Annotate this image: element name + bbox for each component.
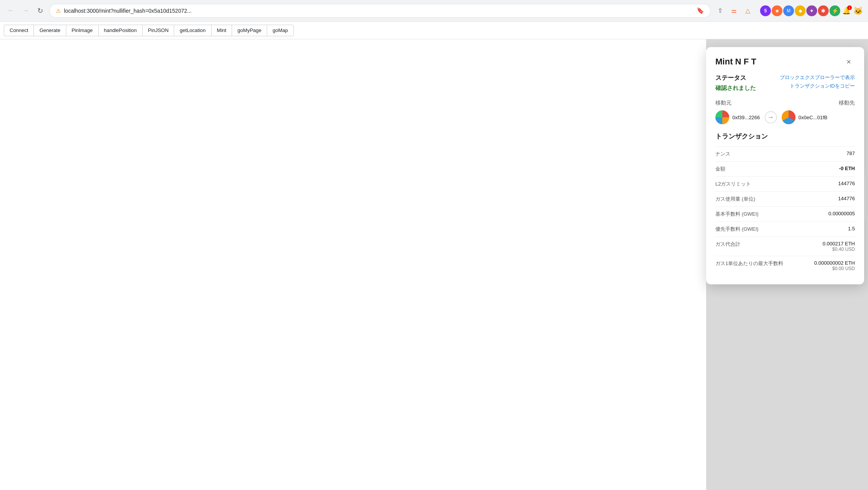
- browser-actions: ⇧ ⚌ △: [714, 5, 754, 17]
- pin-image-button[interactable]: PinImage: [66, 25, 98, 36]
- ext-icon-2[interactable]: ★: [772, 5, 782, 16]
- modal-overlay: Mint N F T × ステータス 確認されました ブロックエクスプローラーで…: [706, 39, 868, 490]
- ext-icon-1[interactable]: 5: [760, 5, 771, 16]
- tx-value-amount: -0 ETH: [839, 166, 855, 171]
- transaction-section: トランザクション ナンス 787 金額 -0 ETH L2ガスリミット 1: [715, 132, 855, 275]
- nav-buttons: ← → ↻: [5, 5, 46, 17]
- tx-value-l2gas: 144776: [838, 181, 855, 186]
- handle-position-button[interactable]: handlePosition: [98, 25, 142, 36]
- tx-label-priorityfee: 優先手数料 (GWEI): [715, 226, 848, 233]
- tx-label-amount: 金額: [715, 166, 839, 172]
- tx-label-gasuse: ガス使用量 (単位): [715, 196, 838, 203]
- go-map-button[interactable]: goMap: [267, 25, 294, 36]
- tx-label-basefee: 基本手数料 (GWEI): [715, 211, 828, 218]
- brave-shield-icon[interactable]: ⚌: [728, 5, 740, 17]
- modal-header: Mint N F T ×: [706, 47, 864, 74]
- transfer-arrow-icon: →: [765, 111, 777, 123]
- pin-json-button[interactable]: PinJSON: [142, 25, 174, 36]
- tx-label-maxfee: ガス1単位あたりの最大手数料: [715, 260, 814, 267]
- share-button[interactable]: ⇧: [714, 5, 726, 17]
- tx-row-l2gas: L2ガスリミット 144776: [715, 176, 855, 191]
- to-address-text: 0x0eC...01fB: [799, 115, 828, 120]
- modal-panel: Mint N F T × ステータス 確認されました ブロックエクスプローラーで…: [706, 47, 864, 284]
- ext-icon-7[interactable]: ⚡: [829, 5, 840, 16]
- copy-tx-id-link[interactable]: トランザクションIDをコピー: [790, 83, 855, 90]
- ext-icon-3[interactable]: M: [783, 5, 794, 16]
- transfer-row: 0xf39...2266 → 0x0eC...01fB: [715, 110, 855, 124]
- tx-value-gasuse: 144776: [838, 196, 855, 201]
- from-label: 移動元: [715, 100, 732, 106]
- extension-icons: 5 ★ M ◆ ✦ ✱ ⚡ 🔔 1 🐱: [760, 5, 863, 16]
- reload-button[interactable]: ↻: [34, 5, 46, 17]
- from-address-item: 0xf39...2266: [715, 110, 760, 124]
- modal-body: ステータス 確認されました ブロックエクスプローラーで表示 トランザクションID…: [706, 74, 864, 284]
- tx-value-maxfee: 0.000000002 ETH $0.00 USD: [814, 260, 855, 271]
- connect-button[interactable]: Connect: [4, 25, 34, 36]
- ext-icon-6[interactable]: ✱: [818, 5, 829, 16]
- status-section: ステータス 確認されました ブロックエクスプローラーで表示 トランザクションID…: [715, 74, 855, 92]
- ext-icon-8[interactable]: 🔔 1: [841, 5, 852, 16]
- tx-label-l2gas: L2ガスリミット: [715, 181, 838, 188]
- status-left: ステータス 確認されました: [715, 74, 756, 92]
- transfer-header: 移動元 移動先: [715, 100, 855, 106]
- transfer-section: 移動元 移動先 0xf39...2266 → 0x0eC...01fB: [715, 100, 855, 124]
- status-right: ブロックエクスプローラーで表示 トランザクションIDをコピー: [780, 74, 855, 90]
- get-location-button[interactable]: getLocation: [174, 25, 211, 36]
- page-content: Mint N F T × ステータス 確認されました ブロックエクスプローラーで…: [0, 39, 868, 490]
- tx-row-gastotal: ガス代合計 0.000217 ETH $0.40 USD: [715, 237, 855, 256]
- tx-row-maxfee: ガス1単位あたりの最大手数料 0.000000002 ETH $0.00 USD: [715, 256, 855, 275]
- from-avatar: [715, 110, 729, 124]
- to-label: 移動先: [839, 100, 855, 106]
- transaction-title: トランザクション: [715, 132, 855, 141]
- back-button[interactable]: ←: [5, 5, 17, 17]
- ext-icon-5[interactable]: ✦: [806, 5, 817, 16]
- from-address-text: 0xf39...2266: [732, 115, 760, 120]
- explorer-link[interactable]: ブロックエクスプローラーで表示: [780, 74, 855, 81]
- forward-button[interactable]: →: [19, 5, 32, 17]
- tx-value-basefee: 0.00000005: [828, 211, 855, 216]
- url-text: localhost:3000/mint?nullifier_hash=0x5a1…: [64, 8, 693, 14]
- brave-rewards-icon[interactable]: △: [742, 5, 754, 17]
- modal-title: Mint N F T: [715, 57, 756, 67]
- address-bar[interactable]: ⚠ localhost:3000/mint?nullifier_hash=0x5…: [49, 4, 711, 18]
- toolbar: Connect Generate PinImage handlePosition…: [0, 22, 868, 39]
- mint-button[interactable]: Mint: [211, 25, 232, 36]
- tx-row-basefee: 基本手数料 (GWEI) 0.00000005: [715, 206, 855, 221]
- profile-icon[interactable]: 🐱: [853, 5, 863, 16]
- browser-chrome: ← → ↻ ⚠ localhost:3000/mint?nullifier_ha…: [0, 0, 868, 22]
- tx-row-priorityfee: 優先手数料 (GWEI) 1.5: [715, 221, 855, 237]
- tx-label-nonce: ナンス: [715, 150, 846, 157]
- generate-button[interactable]: Generate: [34, 25, 66, 36]
- tx-row-nonce: ナンス 787: [715, 146, 855, 161]
- ext-icon-4[interactable]: ◆: [795, 5, 806, 16]
- to-avatar: [782, 110, 796, 124]
- to-address-item: 0x0eC...01fB: [782, 110, 828, 124]
- tx-label-gastotal: ガス代合計: [715, 241, 823, 248]
- security-icon: ⚠: [56, 8, 61, 14]
- tx-row-amount: 金額 -0 ETH: [715, 161, 855, 176]
- modal-close-button[interactable]: ×: [843, 56, 855, 68]
- tx-row-gasuse: ガス使用量 (単位) 144776: [715, 191, 855, 206]
- tx-value-gastotal: 0.000217 ETH $0.40 USD: [823, 241, 855, 252]
- tx-value-nonce: 787: [846, 150, 855, 156]
- status-value: 確認されました: [715, 84, 756, 92]
- status-label: ステータス: [715, 74, 756, 82]
- tx-value-priorityfee: 1.5: [848, 226, 855, 231]
- go-my-page-button[interactable]: goMyPage: [232, 25, 267, 36]
- bookmark-icon[interactable]: 🔖: [696, 7, 704, 14]
